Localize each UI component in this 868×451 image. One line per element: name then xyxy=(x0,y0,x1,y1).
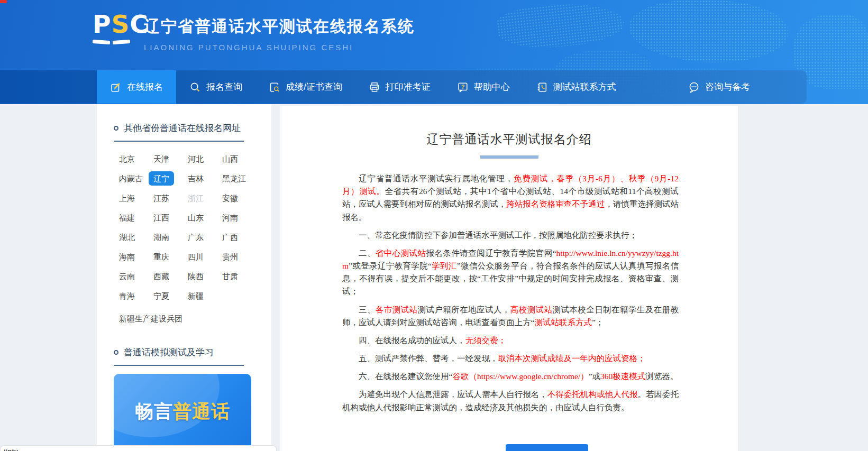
province-link[interactable]: 山东 xyxy=(188,212,222,223)
article-text: 测试站联系方式 xyxy=(534,318,592,327)
chat-icon xyxy=(688,81,700,93)
article-paragraph: 一、常态化疫情防控下参加普通话水平测试工作，按照属地化防控要求执行； xyxy=(342,229,679,242)
province-link[interactable]: 云南 xyxy=(119,271,153,282)
nav-tab-4[interactable]: 打印准考证 xyxy=(355,70,444,104)
nav-tab-3[interactable]: 成绩/证书查询 xyxy=(255,70,355,104)
province-link[interactable]: 西藏 xyxy=(153,271,188,282)
article-text: 各市测试站 xyxy=(376,305,418,314)
province-link[interactable]: 新疆生产建设兵团 xyxy=(119,313,257,324)
article-text: 三、 xyxy=(359,305,376,314)
province-link[interactable]: 广西 xyxy=(222,232,257,243)
province-link[interactable]: 山西 xyxy=(222,153,257,164)
province-link[interactable]: 湖北 xyxy=(119,232,153,243)
province-link[interactable]: 河南 xyxy=(222,212,257,223)
article-text: 省中心测试站 xyxy=(376,248,426,257)
world-map-dots xyxy=(629,0,788,62)
province-link[interactable]: 天津 xyxy=(153,153,188,164)
section-underline xyxy=(114,365,244,366)
sidebar: 其他省份普通话在线报名网址 北京天津河北山西内蒙古辽宁吉林黑龙江上海江苏浙江安徽… xyxy=(97,104,271,451)
province-link[interactable]: 甘肃 xyxy=(222,271,257,282)
status-panel: jintu xyxy=(0,445,277,451)
sidebar-section1-title: 其他省份普通话在线报名网址 xyxy=(124,122,241,134)
province-link[interactable]: 重庆 xyxy=(153,251,188,262)
printer-icon xyxy=(369,81,380,93)
section-underline xyxy=(114,141,244,142)
changyan-putonghua-banner[interactable]: 畅言普通话 xyxy=(114,374,251,451)
province-link[interactable]: 四川 xyxy=(188,251,222,262)
article-text: 报名条件请查阅辽宁教育学院官网“ xyxy=(426,248,556,257)
corner-mark xyxy=(0,0,7,3)
bullet-ring-icon xyxy=(114,126,118,131)
article-text: 无须交费； xyxy=(465,336,507,345)
article-link[interactable]: 谷歌（https://www.google.cn/chrome/） xyxy=(452,372,588,381)
article-text: ”或登录辽宁教育学院“ xyxy=(349,261,432,270)
province-link[interactable]: 新疆 xyxy=(188,290,222,301)
province-link[interactable]: 福建 xyxy=(119,212,153,223)
nav-tab-6[interactable]: 测试站联系方式 xyxy=(523,70,629,104)
province-link[interactable]: 海南 xyxy=(119,251,153,262)
article-text: 取消本次测试成绩及一年内的应试资格； xyxy=(498,354,646,363)
psc-logo[interactable]: PSC xyxy=(93,12,149,44)
article-text: 五、测试严禁作弊、替考，一经发现， xyxy=(359,354,498,363)
main-navigation: 在线报名报名查询成绩/证书查询打印准考证?帮助中心测试站联系方式咨询与备考 xyxy=(0,70,807,104)
site-titles: 辽宁省普通话水平测试在线报名系统 LIAONING PUTONGHUA SHUI… xyxy=(144,16,415,52)
province-link[interactable]: 湖南 xyxy=(153,232,188,243)
nav-tab-label: 成绩/证书查询 xyxy=(286,81,342,93)
svg-text:?: ? xyxy=(461,83,464,89)
certificate-search-icon xyxy=(269,81,280,93)
site-subtitle: LIAONING PUTONGHUA SHUIPING CESHI xyxy=(144,43,415,52)
psc-logo-text: PSC xyxy=(93,12,149,36)
province-link[interactable]: 安徽 xyxy=(222,192,257,204)
banner-title: 畅言普通话 xyxy=(114,399,251,424)
main-content: 辽宁普通话水平测试报名介绍 辽宁省普通话水平测试实行属地化管理，免费测试，春季（… xyxy=(280,106,738,451)
article-text: ”； xyxy=(592,318,604,327)
article-text: 学到汇 xyxy=(432,261,457,270)
nav-tab-1[interactable]: 在线报名 xyxy=(97,70,176,104)
article-text: 不得委托机构或他人代报 xyxy=(547,390,638,399)
article-text: 二、 xyxy=(359,248,376,257)
nav-tab-label: 报名查询 xyxy=(206,81,242,93)
article-text: ”或 xyxy=(589,372,600,381)
apply-button[interactable] xyxy=(506,444,588,451)
nav-tab-5[interactable]: ?帮助中心 xyxy=(444,70,523,104)
province-link[interactable]: 贵州 xyxy=(222,251,257,262)
province-link[interactable]: 黑龙江 xyxy=(222,173,257,184)
article-text: 四、在线报名成功的应试人， xyxy=(359,336,465,345)
status-text: jintu xyxy=(4,447,18,451)
page-header: PSC 辽宁省普通话水平测试在线报名系统 LIAONING PUTONGHUA … xyxy=(0,0,868,104)
world-map-dots xyxy=(495,0,626,53)
help-icon: ? xyxy=(457,81,469,93)
article-text: 六、在线报名建议您使用“ xyxy=(359,372,452,381)
edit-icon xyxy=(110,81,122,93)
sidebar-section2-heading: 普通话模拟测试及学习 xyxy=(114,346,271,358)
article-paragraph: 二、省中心测试站报名条件请查阅辽宁教育学院官网“http://www.lnie.… xyxy=(342,247,679,298)
bullet-ring-icon xyxy=(114,350,118,355)
province-link[interactable]: 上海 xyxy=(119,192,153,204)
province-link[interactable]: 辽宁 xyxy=(149,171,174,186)
province-link[interactable]: 北京 xyxy=(119,153,153,164)
province-link[interactable]: 江苏 xyxy=(153,192,188,204)
sidebar-section2-title: 普通话模拟测试及学习 xyxy=(124,346,214,358)
article-text: 浏览器。 xyxy=(645,372,678,381)
province-link[interactable]: 陕西 xyxy=(188,271,222,282)
article-text: 高校测试站 xyxy=(510,305,553,314)
province-link[interactable]: 广东 xyxy=(188,232,222,243)
province-grid: 北京天津河北山西内蒙古辽宁吉林黑龙江上海江苏浙江安徽福建江西山东河南湖北湖南广东… xyxy=(119,153,271,324)
province-link[interactable]: 江西 xyxy=(153,212,188,223)
province-link[interactable]: 吉林 xyxy=(188,173,222,184)
article-text: 360极速模式 xyxy=(600,372,645,381)
nav-tab-label: 咨询与备考 xyxy=(705,81,750,93)
article-paragraph: 为避免出现个人信息泄露，应试人需本人自行报名，不得委托机构或他人代报。若因委托机… xyxy=(342,388,679,413)
province-link[interactable]: 河北 xyxy=(188,153,222,164)
nav-tab-label: 在线报名 xyxy=(127,81,163,93)
introduction-article: 辽宁省普通话水平测试实行属地化管理，免费测试，春季（3月-6月）、秋季（9月-1… xyxy=(342,172,679,414)
article-paragraph: 四、在线报名成功的应试人，无须交费； xyxy=(342,334,679,347)
nav-tab-2[interactable]: 报名查询 xyxy=(176,70,255,104)
province-link[interactable]: 宁夏 xyxy=(153,290,188,301)
article-paragraph: 六、在线报名建议您使用“谷歌（https://www.google.cn/chr… xyxy=(342,370,679,383)
nav-tab-label: 帮助中心 xyxy=(474,81,510,93)
province-link[interactable]: 青海 xyxy=(119,290,153,301)
article-text: 跨站报名资格审查不予通过 xyxy=(506,199,605,208)
nav-tab-label: 测试站联系方式 xyxy=(553,81,616,93)
nav-tab-consult[interactable]: 咨询与备考 xyxy=(675,70,763,104)
